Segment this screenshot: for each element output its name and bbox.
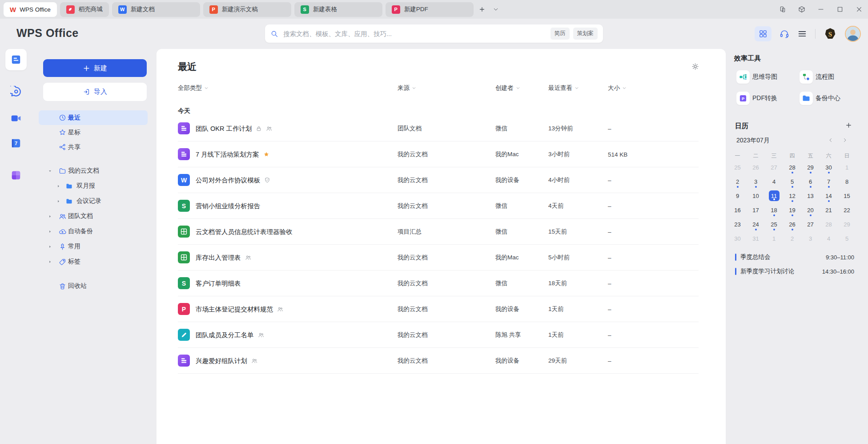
calendar-day[interactable]: 25 xyxy=(765,217,783,231)
calendar-day[interactable]: 30 xyxy=(820,160,838,174)
rail-item-apps[interactable] xyxy=(5,165,27,186)
import-button[interactable]: 导入 xyxy=(43,83,147,101)
device-preview-button[interactable] xyxy=(779,6,786,13)
file-row[interactable]: 库存出入管理表我的云文档我的Mac5小时前– xyxy=(157,245,726,270)
avatar[interactable] xyxy=(845,26,861,42)
calendar-day[interactable]: 31 xyxy=(747,231,765,246)
caret-right-icon[interactable] xyxy=(48,245,52,249)
tab-new-ppt[interactable]: P新建演示文稿 xyxy=(203,2,291,17)
calendar-day[interactable]: 23 xyxy=(728,217,747,231)
calendar-day[interactable]: 9 xyxy=(728,189,747,203)
caret-right-icon[interactable] xyxy=(56,184,60,188)
tool-思维导图[interactable]: 思维导图 xyxy=(736,70,777,84)
calendar-day[interactable]: 20 xyxy=(801,203,820,217)
search-bar[interactable]: 简历策划案 xyxy=(265,24,603,43)
rail-item-messages[interactable] xyxy=(5,81,27,102)
tool-流程图[interactable]: 流程图 xyxy=(800,70,834,84)
search-tag[interactable]: 简历 xyxy=(551,28,570,40)
caret-right-icon[interactable] xyxy=(48,260,52,264)
calendar-day[interactable]: 5 xyxy=(838,231,856,246)
caret-right-icon[interactable] xyxy=(48,214,52,218)
calendar-day[interactable]: 6 xyxy=(801,174,820,189)
calendar-event[interactable]: 季度总结会9:30–11:00 xyxy=(726,250,868,264)
tool-备份中心[interactable]: 备份中心 xyxy=(800,92,840,105)
tree-item-双月报[interactable]: 双月报 xyxy=(39,178,148,194)
calendar-prev-icon[interactable] xyxy=(828,137,833,143)
calendar-day[interactable]: 4 xyxy=(765,174,783,189)
tree-item-团队文档[interactable]: 团队文档 xyxy=(39,209,148,224)
tab-docer-mall[interactable]: 稻壳商城 xyxy=(60,2,109,17)
new-button[interactable]: 新建 xyxy=(43,59,147,77)
calendar-event[interactable]: 新季度学习计划讨论14:30–16:00 xyxy=(726,264,868,279)
calendar-day[interactable]: 10 xyxy=(747,189,765,203)
filter-大小[interactable]: 大小 xyxy=(608,84,627,92)
tree-item-标签[interactable]: 标签 xyxy=(39,254,148,269)
tab-wps-office[interactable]: WWPS Office xyxy=(4,2,57,17)
settings-gear-icon[interactable] xyxy=(691,63,699,70)
calendar-day[interactable]: 2 xyxy=(783,231,801,246)
tab-new-doc[interactable]: W新建文档 xyxy=(112,2,200,17)
caret-right-icon[interactable] xyxy=(56,199,60,203)
tab-list-button[interactable] xyxy=(490,4,501,15)
caret-right-icon[interactable] xyxy=(48,230,52,234)
calendar-day[interactable]: 24 xyxy=(747,217,765,231)
calendar-day[interactable]: 4 xyxy=(820,231,838,246)
calendar-day[interactable]: 27 xyxy=(765,160,783,174)
tab-new-pdf[interactable]: P新建PDF xyxy=(386,2,474,17)
file-row[interactable]: 兴趣爱好组队计划我的云文档我的设备29天前– xyxy=(157,348,726,374)
calendar-day[interactable]: 7 xyxy=(820,174,838,189)
rail-item-documents[interactable] xyxy=(5,49,27,70)
sidebar-item-星标[interactable]: 星标 xyxy=(39,125,148,140)
sidebar-item-trash[interactable]: 回收站 xyxy=(39,279,148,294)
calendar-day[interactable]: 5 xyxy=(783,174,801,189)
file-row[interactable]: 团队成员及分工名单我的云文档陈旭 共享1天前– xyxy=(157,322,726,348)
calendar-next-icon[interactable] xyxy=(842,137,848,143)
calendar-day[interactable]: 13 xyxy=(801,189,820,203)
calendar-day[interactable]: 18 xyxy=(765,203,783,217)
calendar-day[interactable]: 1 xyxy=(838,160,856,174)
calendar-day[interactable]: 26 xyxy=(747,160,765,174)
file-row[interactable]: S营销小组业绩分析报告我的云文档微信4天前– xyxy=(157,193,726,219)
tree-item-会议记录[interactable]: 会议记录 xyxy=(39,194,148,209)
calendar-day[interactable]: 29 xyxy=(838,217,856,231)
tree-item-常用[interactable]: 常用 xyxy=(39,239,148,254)
apps-grid-button[interactable] xyxy=(755,26,772,41)
calendar-day[interactable]: 29 xyxy=(801,160,820,174)
calendar-day[interactable]: 2 xyxy=(728,174,747,189)
file-row[interactable]: P市场主体登记提交材料规范我的云文档我的设备1天前– xyxy=(157,296,726,322)
filter-来源[interactable]: 来源 xyxy=(398,84,416,92)
calendar-day[interactable]: 16 xyxy=(728,203,747,217)
file-row[interactable]: S客户订单明细表我的云文档微信18天前– xyxy=(157,270,726,296)
calendar-day[interactable]: 8 xyxy=(838,174,856,189)
calendar-day[interactable]: 25 xyxy=(728,160,747,174)
menu-button[interactable] xyxy=(797,29,807,39)
support-button[interactable] xyxy=(780,29,789,39)
calendar-day[interactable]: 17 xyxy=(747,203,765,217)
calendar-day[interactable]: 21 xyxy=(820,203,838,217)
file-row[interactable]: W公司对外合作协议模板我的云文档我的设备4小时前– xyxy=(157,167,726,193)
file-row[interactable]: 7 月线下活动策划方案我的云文档我的Mac3小时前514 KB xyxy=(157,141,726,167)
rail-item-meetings[interactable] xyxy=(5,108,27,129)
caret-down-icon[interactable] xyxy=(48,169,52,173)
calendar-day[interactable]: 26 xyxy=(783,217,801,231)
close-button[interactable] xyxy=(856,6,863,13)
tool-PDF转换[interactable]: PPDF转换 xyxy=(736,92,777,105)
calendar-day[interactable]: 22 xyxy=(838,203,856,217)
sidebar-item-最近[interactable]: 最近 xyxy=(39,110,148,125)
calendar-day[interactable]: 28 xyxy=(820,217,838,231)
file-row[interactable]: 云文档管人员信息统计表理器验收项目汇总微信15天前– xyxy=(157,219,726,245)
calendar-day[interactable]: 19 xyxy=(783,203,801,217)
filter-创建者[interactable]: 创建者 xyxy=(495,84,520,92)
calendar-day[interactable]: 14 xyxy=(820,189,838,203)
calendar-day[interactable]: 3 xyxy=(747,174,765,189)
maximize-button[interactable] xyxy=(836,6,844,13)
calendar-day[interactable]: 15 xyxy=(838,189,856,203)
calendar-day[interactable]: 3 xyxy=(801,231,820,246)
add-tab-button[interactable] xyxy=(477,4,487,15)
filter-最近查看[interactable]: 最近查看 xyxy=(548,84,579,92)
calendar-day[interactable]: 12 xyxy=(783,189,801,203)
calendar-day[interactable]: 27 xyxy=(801,217,820,231)
file-row[interactable]: 团队 OKR 工作计划团队文档微信13分钟前– xyxy=(157,116,726,141)
rail-item-calendar[interactable]: 7 xyxy=(5,133,27,154)
membership-badge[interactable]: S xyxy=(824,27,837,40)
